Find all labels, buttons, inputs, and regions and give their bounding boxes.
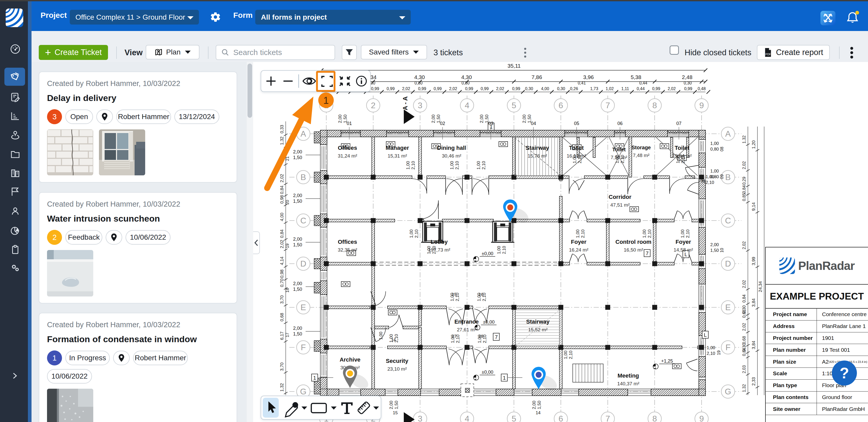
svg-text:1: 1 — [323, 95, 329, 106]
svg-text:PDF: PDF — [766, 53, 771, 56]
